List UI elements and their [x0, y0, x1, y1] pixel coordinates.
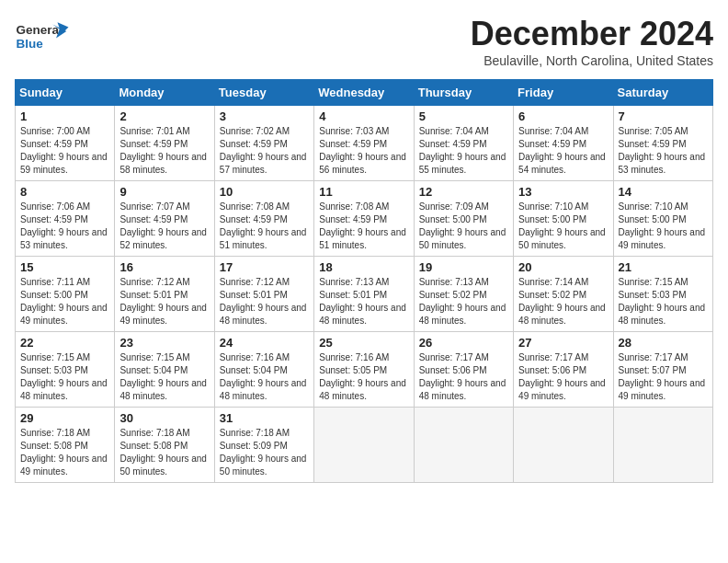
calendar-day-cell: 28 Sunrise: 7:17 AMSunset: 5:07 PMDaylig… [613, 332, 712, 408]
day-info: Sunrise: 7:02 AMSunset: 4:59 PMDaylight:… [220, 126, 307, 175]
day-info: Sunrise: 7:08 AMSunset: 4:59 PMDaylight:… [319, 201, 406, 250]
day-number: 22 [20, 336, 109, 350]
calendar-week-row: 29 Sunrise: 7:18 AMSunset: 5:08 PMDaylig… [16, 408, 713, 483]
day-info: Sunrise: 7:15 AMSunset: 5:04 PMDaylight:… [119, 352, 207, 401]
day-number: 8 [20, 185, 109, 199]
day-info: Sunrise: 7:12 AMSunset: 5:01 PMDaylight:… [119, 277, 207, 326]
day-info: Sunrise: 7:01 AMSunset: 4:59 PMDaylight:… [119, 126, 207, 175]
day-number: 7 [619, 109, 708, 123]
day-number: 28 [619, 336, 708, 350]
day-info: Sunrise: 7:09 AMSunset: 5:00 PMDaylight:… [419, 201, 506, 250]
calendar-day-cell: 6 Sunrise: 7:04 AMSunset: 4:59 PMDayligh… [514, 106, 613, 181]
day-info: Sunrise: 7:15 AMSunset: 5:03 PMDaylight:… [20, 352, 108, 401]
day-number: 2 [119, 109, 209, 123]
day-info: Sunrise: 7:17 AMSunset: 5:06 PMDaylight:… [518, 352, 606, 401]
day-number: 6 [518, 109, 608, 123]
day-number: 15 [20, 260, 109, 274]
day-number: 16 [119, 260, 209, 274]
calendar-day-cell: 8 Sunrise: 7:06 AMSunset: 4:59 PMDayligh… [16, 181, 115, 257]
calendar-week-row: 22 Sunrise: 7:15 AMSunset: 5:03 PMDaylig… [16, 332, 713, 408]
day-number: 19 [419, 260, 508, 274]
day-info: Sunrise: 7:17 AMSunset: 5:06 PMDaylight:… [419, 352, 506, 401]
day-info: Sunrise: 7:17 AMSunset: 5:07 PMDaylight:… [619, 352, 706, 401]
calendar-day-cell: 20 Sunrise: 7:14 AMSunset: 5:02 PMDaylig… [514, 257, 613, 332]
calendar-subtitle: Beulaville, North Carolina, United State… [471, 53, 713, 68]
day-number: 5 [419, 109, 508, 123]
title-area: December 2024 Beulaville, North Carolina… [471, 15, 713, 68]
calendar-day-cell: 21 Sunrise: 7:15 AMSunset: 5:03 PMDaylig… [613, 257, 712, 332]
day-info: Sunrise: 7:14 AMSunset: 5:02 PMDaylight:… [518, 277, 606, 326]
calendar-day-cell: 14 Sunrise: 7:10 AMSunset: 5:00 PMDaylig… [613, 181, 712, 257]
day-number: 4 [319, 109, 408, 123]
calendar-day-cell [514, 408, 613, 483]
day-number: 11 [319, 185, 408, 199]
day-number: 13 [518, 185, 608, 199]
calendar-day-cell [314, 408, 414, 483]
calendar-day-cell: 13 Sunrise: 7:10 AMSunset: 5:00 PMDaylig… [514, 181, 613, 257]
svg-text:Blue: Blue [17, 37, 44, 51]
day-number: 21 [619, 260, 708, 274]
logo-svg: General Blue [15, 15, 70, 61]
calendar-day-cell: 30 Sunrise: 7:18 AMSunset: 5:08 PMDaylig… [115, 408, 214, 483]
calendar-title: December 2024 [471, 15, 713, 53]
calendar-day-cell: 9 Sunrise: 7:07 AMSunset: 4:59 PMDayligh… [115, 181, 214, 257]
day-number: 20 [518, 260, 608, 274]
calendar-day-cell: 22 Sunrise: 7:15 AMSunset: 5:03 PMDaylig… [16, 332, 115, 408]
day-info: Sunrise: 7:12 AMSunset: 5:01 PMDaylight:… [220, 277, 307, 326]
day-info: Sunrise: 7:00 AMSunset: 4:59 PMDaylight:… [20, 126, 108, 175]
calendar-week-row: 8 Sunrise: 7:06 AMSunset: 4:59 PMDayligh… [16, 181, 713, 257]
day-info: Sunrise: 7:16 AMSunset: 5:05 PMDaylight:… [319, 352, 406, 401]
col-monday: Monday [115, 80, 214, 106]
day-number: 30 [119, 411, 209, 425]
day-number: 25 [319, 336, 408, 350]
day-number: 17 [220, 260, 309, 274]
day-info: Sunrise: 7:16 AMSunset: 5:04 PMDaylight:… [220, 352, 307, 401]
day-info: Sunrise: 7:18 AMSunset: 5:08 PMDaylight:… [119, 428, 207, 477]
day-info: Sunrise: 7:07 AMSunset: 4:59 PMDaylight:… [119, 201, 207, 250]
calendar-day-cell: 4 Sunrise: 7:03 AMSunset: 4:59 PMDayligh… [314, 106, 414, 181]
day-info: Sunrise: 7:10 AMSunset: 5:00 PMDaylight:… [619, 201, 706, 250]
day-info: Sunrise: 7:04 AMSunset: 4:59 PMDaylight:… [419, 126, 506, 175]
calendar-day-cell [414, 408, 513, 483]
day-number: 1 [20, 109, 109, 123]
day-info: Sunrise: 7:11 AMSunset: 5:00 PMDaylight:… [20, 277, 108, 326]
calendar-day-cell: 2 Sunrise: 7:01 AMSunset: 4:59 PMDayligh… [115, 106, 214, 181]
day-info: Sunrise: 7:18 AMSunset: 5:08 PMDaylight:… [20, 428, 108, 477]
calendar-week-row: 15 Sunrise: 7:11 AMSunset: 5:00 PMDaylig… [16, 257, 713, 332]
calendar-day-cell: 15 Sunrise: 7:11 AMSunset: 5:00 PMDaylig… [16, 257, 115, 332]
calendar-day-cell: 24 Sunrise: 7:16 AMSunset: 5:04 PMDaylig… [214, 332, 313, 408]
calendar-day-cell: 19 Sunrise: 7:13 AMSunset: 5:02 PMDaylig… [414, 257, 513, 332]
day-number: 24 [220, 336, 309, 350]
day-info: Sunrise: 7:03 AMSunset: 4:59 PMDaylight:… [319, 126, 406, 175]
calendar-day-cell: 1 Sunrise: 7:00 AMSunset: 4:59 PMDayligh… [16, 106, 115, 181]
calendar-day-cell: 27 Sunrise: 7:17 AMSunset: 5:06 PMDaylig… [514, 332, 613, 408]
day-number: 31 [220, 411, 309, 425]
day-info: Sunrise: 7:13 AMSunset: 5:02 PMDaylight:… [419, 277, 506, 326]
col-wednesday: Wednesday [314, 80, 414, 106]
calendar-day-cell: 11 Sunrise: 7:08 AMSunset: 4:59 PMDaylig… [314, 181, 414, 257]
col-sunday: Sunday [16, 80, 115, 106]
day-number: 18 [319, 260, 408, 274]
day-info: Sunrise: 7:08 AMSunset: 4:59 PMDaylight:… [220, 201, 307, 250]
page-header: General Blue December 2024 Beulaville, N… [15, 15, 713, 68]
calendar-day-cell: 18 Sunrise: 7:13 AMSunset: 5:01 PMDaylig… [314, 257, 414, 332]
calendar-day-cell: 3 Sunrise: 7:02 AMSunset: 4:59 PMDayligh… [214, 106, 313, 181]
calendar-day-cell [613, 408, 712, 483]
calendar-day-cell: 12 Sunrise: 7:09 AMSunset: 5:00 PMDaylig… [414, 181, 513, 257]
col-thursday: Thursday [414, 80, 513, 106]
calendar-day-cell: 16 Sunrise: 7:12 AMSunset: 5:01 PMDaylig… [115, 257, 214, 332]
svg-text:General: General [17, 23, 63, 37]
calendar-day-cell: 17 Sunrise: 7:12 AMSunset: 5:01 PMDaylig… [214, 257, 313, 332]
day-info: Sunrise: 7:05 AMSunset: 4:59 PMDaylight:… [619, 126, 706, 175]
logo: General Blue [15, 15, 70, 61]
calendar-table: Sunday Monday Tuesday Wednesday Thursday… [15, 79, 713, 483]
day-info: Sunrise: 7:15 AMSunset: 5:03 PMDaylight:… [619, 277, 706, 326]
day-info: Sunrise: 7:04 AMSunset: 4:59 PMDaylight:… [518, 126, 606, 175]
col-friday: Friday [514, 80, 613, 106]
day-number: 14 [619, 185, 708, 199]
calendar-day-cell: 26 Sunrise: 7:17 AMSunset: 5:06 PMDaylig… [414, 332, 513, 408]
day-number: 12 [419, 185, 508, 199]
calendar-header-row: Sunday Monday Tuesday Wednesday Thursday… [16, 80, 713, 106]
day-number: 29 [20, 411, 109, 425]
day-number: 23 [119, 336, 209, 350]
